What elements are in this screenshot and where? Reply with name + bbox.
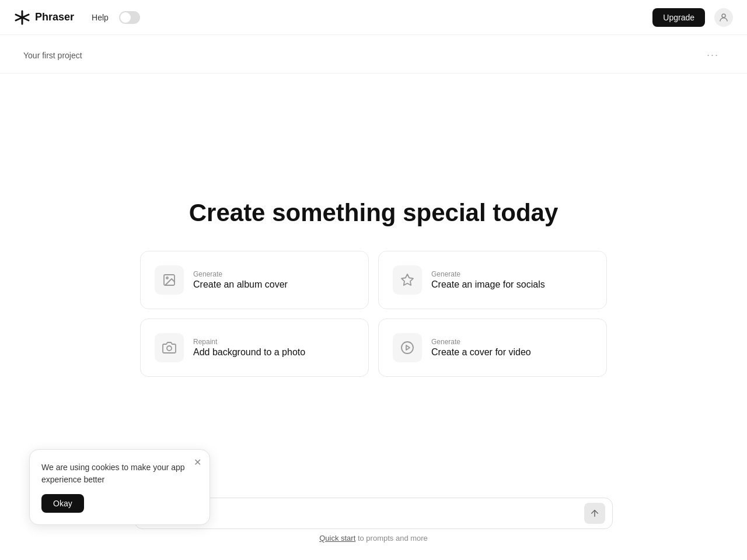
theme-toggle[interactable]	[119, 11, 140, 24]
image-icon	[162, 273, 176, 287]
star-icon	[400, 273, 414, 287]
card-icon-wrap-album	[155, 265, 184, 295]
avatar-button[interactable]	[714, 8, 733, 27]
svg-point-7	[167, 346, 172, 351]
card-text-socials: Generate Create an image for socials	[431, 270, 545, 290]
cookie-banner: ✕ We are using cookies to make your app …	[29, 449, 210, 525]
more-options-button[interactable]: ···	[702, 47, 724, 64]
card-icon-wrap-video	[393, 333, 422, 362]
cookie-close-button[interactable]: ✕	[194, 458, 201, 467]
card-icon-wrap-socials	[393, 265, 422, 295]
quick-start-text: Quick start to prompts and more	[319, 534, 428, 542]
card-text-background: Repaint Add background to a photo	[193, 338, 305, 358]
card-label-album: Generate	[193, 270, 288, 278]
card-label-video: Generate	[431, 338, 531, 346]
project-title: Your first project	[23, 51, 82, 60]
cards-grid: Generate Create an album cover Generate …	[140, 251, 607, 377]
card-title-album: Create an album cover	[193, 279, 288, 290]
card-cover-video[interactable]: Generate Create a cover for video	[378, 318, 607, 377]
cookie-message: We are using cookies to make your app ex…	[41, 461, 198, 486]
chat-input[interactable]	[144, 509, 584, 519]
logo[interactable]: Phraser	[14, 9, 74, 26]
card-text-video: Generate Create a cover for video	[431, 338, 531, 358]
card-text-album: Generate Create an album cover	[193, 270, 288, 290]
top-nav: Phraser Help Upgrade	[0, 0, 747, 35]
quick-start-suffix: to prompts and more	[355, 534, 428, 542]
svg-marker-9	[406, 345, 410, 350]
svg-point-5	[166, 277, 168, 279]
quick-start-link[interactable]: Quick start	[319, 534, 355, 542]
card-background-photo[interactable]: Repaint Add background to a photo	[140, 318, 369, 377]
svg-marker-6	[402, 274, 413, 285]
card-label-background: Repaint	[193, 338, 305, 346]
headline: Create something special today	[189, 198, 558, 228]
logo-text: Phraser	[35, 11, 74, 23]
camera-icon	[162, 341, 176, 355]
nav-right: Upgrade	[652, 8, 733, 27]
cookie-okay-button[interactable]: Okay	[41, 494, 84, 513]
svg-point-8	[402, 342, 413, 354]
user-icon	[718, 12, 729, 23]
card-title-socials: Create an image for socials	[431, 279, 545, 290]
play-icon	[400, 341, 414, 355]
card-title-background: Add background to a photo	[193, 347, 305, 358]
project-header: Your first project ···	[0, 35, 747, 74]
card-title-video: Create a cover for video	[431, 347, 531, 358]
svg-point-3	[722, 14, 725, 18]
card-label-socials: Generate	[431, 270, 545, 278]
upgrade-button[interactable]: Upgrade	[652, 8, 705, 27]
card-album-cover[interactable]: Generate Create an album cover	[140, 251, 369, 309]
card-icon-wrap-background	[155, 333, 184, 362]
card-image-socials[interactable]: Generate Create an image for socials	[378, 251, 607, 309]
send-button[interactable]	[584, 503, 605, 524]
logo-icon	[14, 9, 30, 26]
send-icon	[589, 508, 600, 519]
help-button[interactable]: Help	[86, 9, 114, 26]
